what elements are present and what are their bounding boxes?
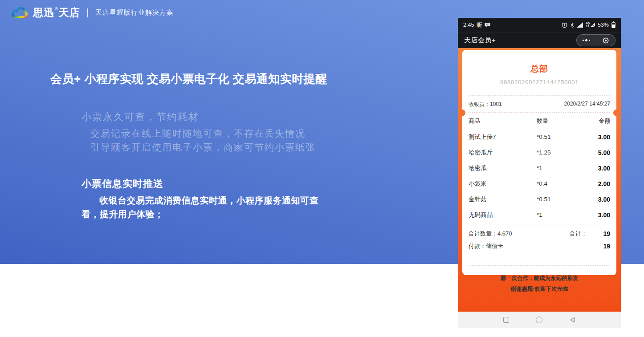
- slide-canvas: 思迅®天店 天店星耀版行业解决方案 会员+ 小程序实现 交易小票电子化 交易通知…: [0, 0, 644, 337]
- item-quantity: *1: [537, 211, 579, 218]
- item-quantity: *0.4: [537, 180, 579, 187]
- item-name: 小袋米: [469, 180, 537, 188]
- miniprogram-body: 总部 8888202002271444250001 收银员：1001 2020/…: [458, 48, 621, 312]
- column-header-product: 商品: [469, 117, 537, 125]
- item-name: 无码商品: [469, 211, 537, 219]
- feature2-body: 收银台交易完成消费信息实时通，小程序服务通知可查看，提升用户体验；: [82, 194, 326, 221]
- feature2-title: 小票信息实时推送: [82, 177, 331, 191]
- exit-miniprogram-button[interactable]: [596, 35, 615, 46]
- totals-row: 合计数量：4.670 合计： 19: [469, 224, 610, 240]
- payment-method-label: 付款：储值卡: [469, 242, 587, 250]
- item-name: 哈密瓜: [469, 164, 537, 172]
- items-table-body: 测试上传7 *0.51 3.00 哈密瓜斤 *1.25 5.00 哈密瓜: [469, 129, 610, 223]
- store-name: 总部: [469, 50, 610, 75]
- more-options-button[interactable]: [577, 35, 596, 46]
- table-row: 小袋米 *0.4 2.00: [469, 176, 610, 191]
- total-value: 19: [587, 230, 610, 237]
- dual-sim-network-icon: 4G 1X: [586, 22, 595, 28]
- receipt-footer-line2: 谢谢惠顾-欢迎下次光临: [469, 285, 610, 293]
- item-amount: 2.00: [579, 180, 610, 187]
- wechat-capsule: [576, 34, 615, 46]
- item-quantity: *1: [537, 165, 579, 171]
- table-row: 哈密瓜 *1 3.00: [469, 160, 610, 176]
- status-bar-right: 4G 1X 53%: [562, 22, 615, 28]
- table-row: 无码商品 *1 3.00: [469, 207, 610, 223]
- item-amount: 3.00: [579, 196, 610, 203]
- payment-row: 付款：储值卡 19: [469, 240, 610, 253]
- miniprogram-title-bar: 天店会员+: [458, 32, 621, 48]
- android-nav-bar: [458, 312, 621, 328]
- target-circle-icon: [602, 37, 609, 44]
- item-amount: 3.00: [579, 134, 610, 141]
- receipt-card: 总部 8888202002271444250001 收银员：1001 2020/…: [462, 50, 616, 275]
- back-button[interactable]: [569, 317, 576, 323]
- item-quantity: *0.51: [537, 196, 579, 203]
- column-header-quantity: 数量: [537, 117, 579, 125]
- footer-divider: [469, 265, 610, 266]
- brand-name-part2: 天店: [59, 6, 80, 20]
- column-header-amount: 金额: [579, 117, 610, 125]
- miniprogram-title: 天店会员+: [464, 36, 496, 45]
- brand-name-part1: 思迅: [33, 6, 54, 20]
- perforation-divider: [469, 112, 610, 113]
- registered-mark: ®: [55, 7, 58, 11]
- transaction-datetime: 2020/2/27 14:45:27: [564, 101, 610, 108]
- feature-section-realtime-push: 小票信息实时推送 收银台交易完成消费信息实时通，小程序服务通知可查看，提升用户体…: [82, 177, 331, 221]
- item-name: 哈密瓜斤: [469, 149, 537, 157]
- receipt-footer-line1: 愿一次合作，能成为永远的朋友: [469, 275, 610, 282]
- item-name: 测试上传7: [469, 133, 537, 141]
- receipt-notch-left: [459, 110, 465, 116]
- table-row: 金针菇 *0.51 3.00: [469, 191, 610, 207]
- brand-subtitle: 天店星耀版行业解决方案: [95, 8, 174, 17]
- cashier-label: 收银员：1001: [469, 101, 502, 108]
- alarm-icon: [562, 22, 567, 28]
- brand-header: 思迅®天店 天店星耀版行业解决方案: [11, 6, 174, 20]
- page-title: 会员+ 小程序实现 交易小票电子化 交易通知实时提醒: [50, 71, 327, 87]
- feature1-title: 小票永久可查，节约耗材: [82, 110, 316, 124]
- phone-mockup: 2:45 听: [458, 18, 621, 328]
- total-label: 合计：: [570, 230, 587, 238]
- clock-time: 2:45: [463, 22, 474, 28]
- item-amount: 3.00: [579, 165, 610, 172]
- bluetooth-icon: [570, 22, 574, 28]
- signal-strength-icon: [577, 22, 583, 28]
- item-quantity: *0.51: [537, 134, 579, 140]
- recents-button[interactable]: [503, 317, 509, 323]
- battery-percent-label: 53%: [598, 22, 609, 28]
- brand-name: 思迅®天店: [33, 6, 80, 20]
- total-quantity-label: 合计数量：4.670: [469, 230, 570, 238]
- item-amount: 3.00: [579, 211, 610, 219]
- message-bubble-icon: [485, 22, 490, 28]
- receipt-number: 8888202002271444250001: [469, 79, 610, 85]
- battery-icon: [611, 22, 615, 28]
- network-type-bottom: 1X: [586, 25, 590, 28]
- item-amount: 5.00: [579, 149, 610, 156]
- feature1-line1: 交易记录在线上随时随地可查，不存在丢失情况: [90, 126, 316, 140]
- status-bar-left: 2:45 听: [463, 21, 490, 29]
- cashier-row: 收银员：1001 2020/2/27 14:45:27: [469, 96, 610, 112]
- notification-app-icon: 听: [477, 21, 482, 29]
- ellipsis-icon: [583, 39, 590, 41]
- receipt-notch-right: [613, 110, 620, 116]
- item-quantity: *1.25: [537, 149, 579, 156]
- brand-divider: [87, 8, 88, 17]
- status-bar: 2:45 听: [458, 18, 621, 32]
- table-row: 测试上传7 *0.51 3.00: [469, 129, 610, 145]
- home-button[interactable]: [536, 317, 542, 323]
- feature1-line2: 引导顾客开启使用电子小票，商家可节约小票纸张: [90, 140, 316, 154]
- payment-value: 19: [587, 243, 610, 250]
- item-name: 金针菇: [469, 195, 537, 203]
- table-row: 哈密瓜斤 *1.25 5.00: [469, 145, 610, 160]
- items-table-header: 商品 数量 金额: [469, 113, 610, 129]
- cloud-logo-icon: [11, 6, 29, 20]
- feature-section-receipt-query: 小票永久可查，节约耗材 交易记录在线上随时随地可查，不存在丢失情况 引导顾客开启…: [82, 110, 316, 154]
